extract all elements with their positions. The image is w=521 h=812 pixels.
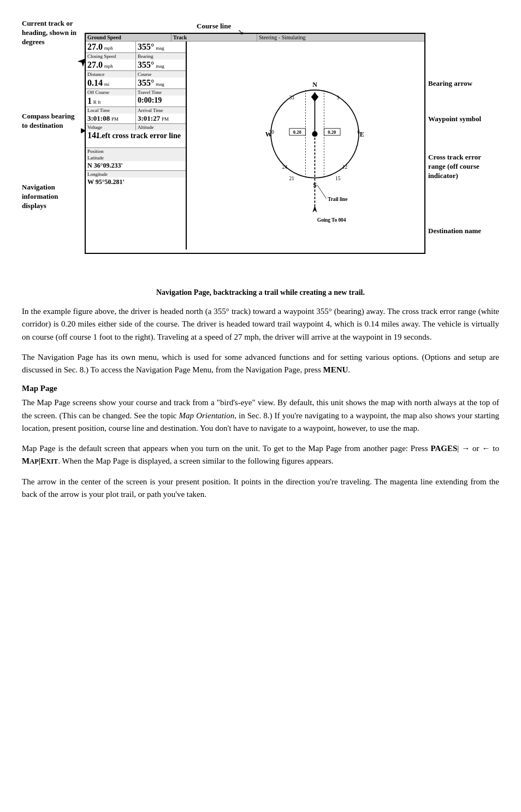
oc-r: R ft (93, 99, 101, 105)
cell-tt: 0:00:19 (136, 96, 186, 106)
course-line-label: Course line (197, 22, 231, 31)
svg-text:6: 6 (357, 129, 360, 135)
svg-line-23 (317, 185, 327, 198)
page-container: Current track or heading, shown in degre… (22, 16, 499, 501)
cross-track-label: Left cross track error line (97, 132, 181, 140)
svg-marker-22 (311, 92, 319, 102)
cs-value: 27.0 (87, 60, 103, 69)
row-cs-bearing: 27.0 mph 355° mag (86, 60, 186, 71)
svg-text:Trail line: Trail line (328, 197, 347, 202)
oc-label: Off Course (86, 89, 136, 96)
gs-value: 27.0 (87, 42, 103, 51)
svg-text:15: 15 (335, 176, 341, 181)
bearing-value: 355° (138, 60, 154, 69)
bearing-mag: mag (156, 63, 164, 69)
row-oc-tt-labels: Off Course Travel Time (86, 89, 186, 96)
cell-dist: 0.14 mi (86, 78, 136, 88)
cell-cs: 27.0 mph (86, 60, 136, 70)
svg-text:21: 21 (289, 176, 294, 181)
row-dist-course: 0.14 mi 355° mag (86, 78, 186, 89)
bearing-label: Bearing (136, 53, 186, 60)
ann-navigation: Navigation information displays (22, 183, 79, 211)
lt-value: 3:01:08 (87, 114, 110, 122)
svg-text:Going To 004: Going To 004 (317, 217, 346, 223)
row-volt-alt: 14. Left cross track error line (86, 131, 186, 148)
paragraph-2: The Navigation Page has its own menu, wh… (22, 351, 499, 377)
pages-keyword: PAGES (430, 444, 457, 453)
course-line-arrow: ↘ (238, 27, 244, 37)
lon-value: W 95°50.281' (87, 178, 125, 186)
cell-lt: 3:01:08 PM (86, 114, 136, 123)
row-longitude: W 95°50.281' (86, 177, 186, 187)
cell-gs: 27.0 mph (86, 42, 136, 52)
row-gs-track: 27.0 mph 355° mag (86, 42, 186, 53)
cs-unit: mph (104, 63, 113, 69)
row-lt-at: 3:01:08 PM 3:01:27 PM (86, 114, 186, 124)
ann-compass: Compass bearing to destination (22, 112, 79, 131)
row-position-label: Position (86, 148, 186, 155)
row-cs-bearing-labels: Closing Speed Bearing (86, 53, 186, 60)
row-volt-alt-labels: Voltage Altitude (86, 124, 186, 131)
diagram-section: Current track or heading, shown in degre… (22, 16, 499, 284)
diagram-content: 27.0 mph 355° mag Closing Speed Bearing (86, 42, 424, 250)
at-label: Arrival Time (136, 107, 186, 114)
lt-pm: PM (111, 116, 119, 122)
dist-value: 0.14 (87, 78, 103, 87)
ann-current-track: Current track or heading, shown in degre… (22, 19, 79, 47)
paragraph-1: In the example figure above, the driver … (22, 305, 499, 343)
svg-text:24: 24 (282, 164, 288, 170)
dist-label: Distance (86, 71, 136, 78)
track-value: 355° (138, 42, 154, 51)
tt-value: 0:00:19 (138, 96, 162, 104)
row-oc-tt: 1 R ft 0:00:19 (86, 96, 186, 107)
lat-value: N 36°09.233' (87, 162, 123, 169)
svg-text:E: E (360, 131, 364, 138)
row-latitude: N 36°09.233' (86, 161, 186, 171)
row-longitude-label: Longitude (86, 171, 186, 177)
steering-label: Steering - Simulating (257, 34, 424, 41)
paragraph-5: The arrow in the center of the screen is… (22, 476, 499, 501)
at-pm: PM (162, 116, 169, 122)
course-value: 355° (138, 78, 154, 87)
section-heading-map: Map Page (22, 384, 499, 393)
alt-label: Altitude (136, 124, 186, 131)
course-label: Course (136, 71, 186, 78)
row-latitude-label: Latitude (86, 155, 186, 161)
nav-data-panel: 27.0 mph 355° mag Closing Speed Bearing (86, 42, 187, 250)
header-bar: Ground Speed Track Steering - Simulating (86, 34, 424, 42)
cell-bearing: 355° mag (136, 60, 186, 70)
cell-track: 355° mag (136, 42, 186, 52)
menu-keyword: MENU (323, 365, 348, 374)
track-label: Track (171, 34, 257, 41)
paragraph-3: The Map Page screens show your course an… (22, 396, 499, 435)
svg-text:3: 3 (336, 95, 339, 100)
at-value: 3:01:27 (138, 114, 160, 122)
ann-cross-track-error: Cross track error range (off course indi… (428, 153, 499, 181)
svg-text:33: 33 (289, 95, 294, 100)
course-mag: mag (156, 81, 164, 87)
compass-svg: N S E W 33 3 30 6 24 12 21 (187, 42, 424, 250)
track-unit: mag (156, 45, 164, 51)
svg-text:N: N (312, 81, 317, 88)
map-orientation-italic: Map Orientation (179, 411, 235, 420)
cell-at: 3:01:27 PM (136, 114, 186, 123)
row-lt-at-labels: Local Time Arrival Time (86, 107, 186, 114)
svg-text:30: 30 (269, 129, 275, 135)
gs-unit: mph (104, 45, 113, 51)
ann-destination-name: Destination name (428, 227, 499, 236)
ann-bearing-arrow: Bearing arrow (428, 79, 499, 88)
svg-marker-26 (312, 206, 317, 213)
oc-value: 1 (87, 96, 92, 105)
compass-rose-area: N S E W 33 3 30 6 24 12 21 (187, 42, 424, 250)
main-diagram: Ground Speed Track Steering - Simulating… (85, 33, 425, 254)
cell-oc: 1 R ft (86, 96, 136, 106)
paragraph-4: Map Page is the default screen that appe… (22, 442, 499, 468)
svg-text:0.20: 0.20 (293, 129, 301, 135)
ann-waypoint-symbol: Waypoint symbol (428, 115, 499, 124)
row-dist-course-labels: Distance Course (86, 71, 186, 78)
gs-label: Ground Speed (86, 34, 171, 41)
lt-label: Local Time (86, 107, 136, 114)
svg-text:12: 12 (342, 164, 348, 170)
tt-label: Travel Time (136, 89, 186, 96)
dist-unit: mi (104, 81, 110, 87)
